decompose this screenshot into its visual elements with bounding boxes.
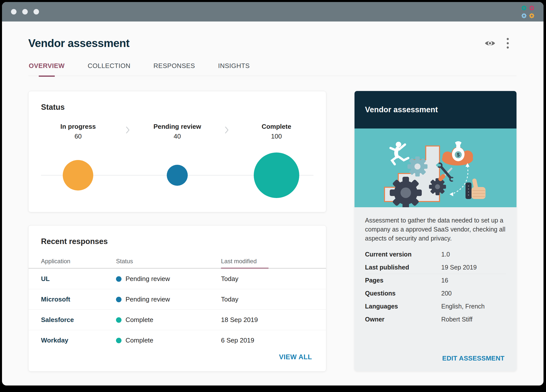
window-control-dot[interactable]	[34, 9, 39, 14]
application-link[interactable]: Microsoft	[28, 296, 116, 303]
table-row[interactable]: Salesforce Complete 18 Sep 2019	[28, 310, 326, 330]
assessment-illustration: $	[354, 128, 516, 207]
logo-star-blue-icon	[521, 12, 527, 19]
page-content: Vendor assessment	[2, 36, 544, 386]
application-link[interactable]: Workday	[28, 336, 116, 344]
bubble-complete	[254, 152, 299, 198]
status-dot	[116, 317, 122, 323]
eye-icon	[484, 40, 496, 47]
status-label: Complete	[126, 316, 153, 324]
chevron-right-icon	[126, 126, 130, 135]
bubble-pending-review	[167, 165, 188, 186]
kebab-menu-icon	[506, 38, 509, 49]
last-modified-value: Today	[221, 296, 326, 303]
tab-bar: OVERVIEW COLLECTION RESPONSES INSIGHTS	[28, 62, 516, 76]
stage-pending-review: Pending review 40	[128, 123, 227, 140]
responses-table: Application Status Last modified UL	[28, 254, 326, 350]
application-link[interactable]: UL	[28, 275, 116, 283]
window-controls	[11, 9, 39, 14]
detail-row: Last published 19 Sep 2019	[365, 261, 506, 274]
last-modified-value: Today	[221, 275, 326, 283]
recent-responses-card: Recent responses Application Status Last…	[28, 225, 326, 372]
assessment-details: Current version 1.0 Last published 19 Se…	[365, 248, 506, 326]
last-modified-value: 18 Sep 2019	[221, 316, 326, 324]
detail-row: Questions 200	[365, 287, 506, 300]
chevron-right-icon	[225, 126, 229, 135]
status-card: Status In progress 60 Pending review 40 …	[28, 91, 326, 212]
gear-icon	[390, 177, 422, 207]
status-label: Complete	[126, 336, 153, 344]
tab-insights[interactable]: INSIGHTS	[218, 62, 250, 76]
assessment-card-title: Vendor assessment	[365, 105, 438, 114]
view-all-button[interactable]: VIEW ALL	[278, 353, 314, 361]
stage-in-progress: In progress 60	[28, 123, 128, 140]
status-dot	[116, 297, 122, 302]
status-label: Pending review	[126, 296, 170, 303]
tab-responses[interactable]: RESPONSES	[153, 62, 196, 76]
edit-assessment-button[interactable]: EDIT ASSESSMENT	[441, 354, 506, 362]
preview-button[interactable]	[484, 39, 496, 48]
status-dot	[116, 276, 122, 282]
assessment-summary-card: Vendor assessment	[354, 91, 516, 371]
logo-star-pink-icon	[528, 5, 535, 11]
detail-row: Pages 16	[365, 274, 506, 287]
bubble-in-progress	[63, 160, 93, 190]
page-title: Vendor assessment	[28, 37, 130, 50]
stage-value: 100	[227, 132, 326, 140]
detail-row: Current version 1.0	[365, 248, 506, 261]
assessment-card-body: Assessment to gather the data needed to …	[354, 207, 516, 371]
status-card-title: Status	[41, 103, 326, 112]
stage-value: 40	[128, 132, 227, 140]
svg-text:$: $	[457, 152, 460, 158]
stage-value: 60	[28, 132, 128, 140]
app-window: Vendor assessment	[2, 2, 544, 386]
stage-complete: Complete 100	[227, 123, 326, 140]
detail-row: Languages English, French	[365, 300, 506, 313]
sort-indicator	[221, 268, 268, 268]
window-control-dot[interactable]	[11, 9, 16, 14]
table-row[interactable]: Workday Complete 6 Sep 2019	[28, 330, 326, 350]
tab-overview[interactable]: OVERVIEW	[28, 62, 65, 76]
assessment-card-header: Vendor assessment	[354, 91, 516, 128]
gear-icon	[429, 178, 446, 195]
status-dot	[116, 338, 122, 343]
column-header-last-modified[interactable]: Last modified	[221, 254, 326, 268]
status-stages: In progress 60 Pending review 40 Complet…	[28, 123, 326, 140]
app-logo	[521, 5, 535, 19]
status-bubble-chart	[28, 140, 326, 208]
window-titlebar	[2, 2, 544, 22]
window-control-dot[interactable]	[22, 9, 28, 14]
status-label: Pending review	[126, 275, 170, 283]
table-header-row: Application Status Last modified	[28, 254, 326, 268]
logo-star-teal-icon	[521, 5, 527, 11]
assessment-description: Assessment to gather the data needed to …	[365, 216, 506, 243]
last-modified-value: 6 Sep 2019	[221, 336, 326, 344]
gear-icon	[408, 156, 428, 176]
column-header-status[interactable]: Status	[116, 258, 221, 265]
recent-responses-title: Recent responses	[41, 237, 326, 246]
table-row[interactable]: UL Pending review Today	[28, 268, 326, 289]
more-options-button[interactable]	[506, 36, 510, 50]
logo-star-orange-icon	[528, 12, 535, 19]
column-header-application[interactable]: Application	[28, 258, 116, 265]
detail-row: Owner Robert Stiff	[365, 313, 506, 326]
tab-collection[interactable]: COLLECTION	[87, 62, 131, 76]
table-row[interactable]: Microsoft Pending review Today	[28, 289, 326, 310]
application-link[interactable]: Salesforce	[28, 316, 116, 324]
